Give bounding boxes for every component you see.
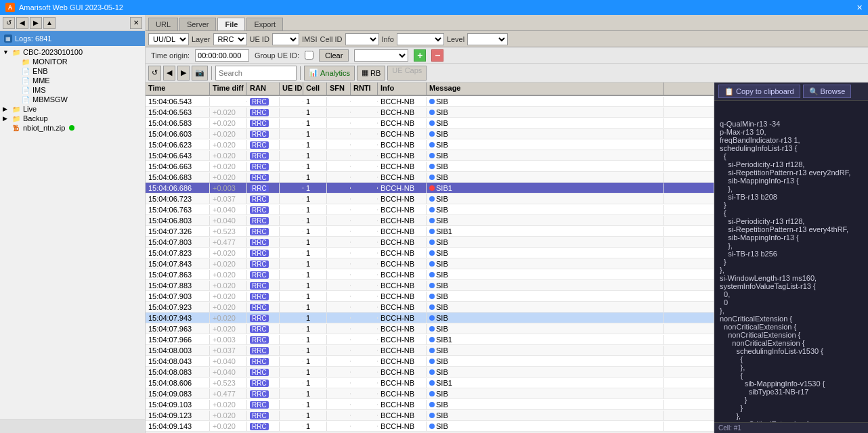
cell-ran: RRC (247, 205, 280, 214)
ue-id-select[interactable] (272, 33, 299, 45)
table-row[interactable]: 15:04:06.683+0.020RRC1BCCH-NBSIB (146, 172, 714, 183)
cell-time: 15:04:09.123 (146, 411, 210, 420)
tree-item-zip[interactable]: 🗜 nbiot_ntn.zip (1, 123, 144, 133)
table-row[interactable]: 15:04:09.143+0.020RRC1BCCH-NBSIB (146, 421, 714, 432)
cell-time: 15:04:07.966 (146, 335, 210, 344)
tree-item-mbmsgw[interactable]: 📄 MBMSGW (11, 95, 144, 104)
sidebar-back-btn[interactable]: ◀ (16, 17, 28, 29)
tree-item-live[interactable]: ▶ 📁 Live (1, 104, 144, 114)
cell-cell: 1 (303, 227, 327, 236)
table-row[interactable]: 15:04:07.963+0.020RRC1BCCH-NBSIB (146, 323, 714, 334)
layer-select[interactable]: RRC (213, 33, 247, 45)
time-origin-label: Time origin: (151, 51, 190, 60)
cell-time: 15:04:07.943 (146, 313, 210, 323)
tree-item-monitor[interactable]: 📁 MONITOR (11, 57, 144, 66)
cell-ueid (280, 426, 303, 427)
cell-sfn (327, 361, 351, 362)
browse-btn[interactable]: 🔍 Browse (803, 85, 852, 98)
camera-btn[interactable]: 📷 (192, 66, 208, 81)
table-row[interactable]: 15:04:06.543RRC1BCCH-NBSIB (146, 96, 714, 107)
cell-cell: 1 (303, 183, 327, 193)
filter-dropdown[interactable] (354, 49, 408, 62)
level-select[interactable] (467, 33, 508, 45)
cell-time: 15:04:08.083 (146, 367, 210, 377)
clear-button[interactable]: Clear (319, 49, 349, 62)
table-row[interactable]: 15:04:06.686+0.003RRC1BCCH-NBSIB1 (146, 183, 714, 193)
search-input[interactable] (215, 66, 297, 81)
separator-2 (300, 66, 301, 80)
tab-export[interactable]: Export (246, 18, 283, 30)
cell-message: SIB (427, 216, 664, 225)
tree-item-ims[interactable]: 📄 IMS (11, 85, 144, 95)
table-row[interactable]: 15:04:07.943+0.020RRC1BCCH-NBSIB (146, 313, 714, 323)
table-row[interactable]: 15:04:08.003+0.037RRC1BCCH-NBSIB (146, 345, 714, 356)
table-row[interactable]: 15:04:07.823+0.020RRC1BCCH-NBSIB (146, 248, 714, 258)
cell-sfn (327, 242, 351, 243)
code-panel[interactable]: q-QualMin-r13 -34p-Max-r13 10,freqBandIn… (714, 101, 868, 422)
title-bar-close[interactable]: ✕ (856, 3, 863, 12)
ue-caps-btn[interactable]: UE Caps (387, 66, 427, 81)
table-row[interactable]: 15:04:06.643+0.020RRC1BCCH-NBSIB (146, 150, 714, 161)
table-row[interactable]: 15:04:07.903+0.020RRC1BCCH-NBSIB (146, 291, 714, 302)
sidebar-refresh-btn[interactable]: ↺ (3, 17, 15, 29)
header-ran: RAN (247, 83, 280, 95)
table-row[interactable]: 15:04:06.763+0.040RRC1BCCH-NBSIB (146, 204, 714, 215)
rb-btn[interactable]: ▦ RB (357, 66, 385, 81)
table-header: Time Time diff RAN UE ID Cell SFN RNTI I… (146, 83, 714, 96)
table-row[interactable]: 15:04:07.923+0.020RRC1BCCH-NBSIB (146, 302, 714, 313)
table-row[interactable]: 15:04:07.326+0.523RRC1BCCH-NBSIB1 (146, 226, 714, 237)
tree-item-mme[interactable]: 📄 MME (11, 76, 144, 85)
table-row[interactable]: 15:04:08.083+0.040RRC1BCCH-NBSIB (146, 367, 714, 378)
group-ue-id-checkbox[interactable] (305, 51, 313, 60)
sidebar-close-btn[interactable]: ✕ (130, 17, 142, 29)
info-label: Info (382, 35, 394, 43)
tree-item-backup[interactable]: ▶ 📁 Backup (1, 114, 144, 123)
analytics-btn[interactable]: 📊 Analytics (304, 66, 355, 81)
info-select[interactable] (397, 33, 444, 45)
add-filter-btn[interactable]: + (414, 49, 426, 62)
cell-cell: 1 (303, 237, 327, 247)
cell-sfn (327, 350, 351, 351)
table-row[interactable]: 15:04:06.583+0.020RRC1BCCH-NBSIB (146, 118, 714, 129)
cell-info: BCCH-NB (378, 237, 427, 247)
tab-url[interactable]: URL (148, 18, 178, 30)
tree-monitor-label: MONITOR (32, 58, 68, 66)
table-row[interactable]: 15:04:07.803+0.477RRC1BCCH-NBSIB (146, 237, 714, 248)
cell-info: BCCH-NB (378, 248, 427, 258)
copy-clipboard-btn[interactable]: 📋 Copy to clipboard (718, 85, 800, 98)
table-row[interactable]: 15:04:07.883+0.020RRC1BCCH-NBSIB (146, 280, 714, 291)
tree-mbmsgw-label: MBMSGW (32, 95, 68, 104)
cell-sfn (327, 382, 351, 384)
table-row[interactable]: 15:04:07.966+0.003RRC1BCCH-NBSIB1 (146, 334, 714, 345)
table-row[interactable]: 15:04:07.843+0.020RRC1BCCH-NBSIB (146, 258, 714, 269)
table-row[interactable]: 15:04:07.863+0.020RRC1BCCH-NBSIB (146, 269, 714, 280)
cell-id-select[interactable] (345, 33, 379, 45)
tab-server[interactable]: Server (179, 18, 216, 30)
sidebar-bottom (0, 419, 145, 433)
table-row[interactable]: 15:04:06.563+0.020RRC1BCCH-NBSIB (146, 107, 714, 118)
table-row[interactable]: 15:04:06.603+0.020RRC1BCCH-NBSIB (146, 129, 714, 139)
time-origin-input[interactable] (195, 49, 249, 62)
refresh-btn[interactable]: ↺ (148, 66, 161, 81)
table-row[interactable]: 15:04:08.043+0.040RRC1BCCH-NBSIB (146, 356, 714, 367)
table-row[interactable]: 15:04:09.123+0.020RRC1BCCH-NBSIB (146, 410, 714, 421)
prev-btn[interactable]: ◀ (163, 66, 175, 81)
tree-item-enb[interactable]: 📄 ENB (11, 66, 144, 76)
table-row[interactable]: 15:04:09.083+0.477RRC1BCCH-NBSIB (146, 388, 714, 399)
sidebar-up-btn[interactable]: ▲ (43, 17, 56, 29)
tree-item-cbc[interactable]: ▼ 📁 CBC-2023010100 (1, 47, 144, 57)
table-row[interactable]: 15:04:06.623+0.020RRC1BCCH-NBSIB (146, 139, 714, 150)
table-row[interactable]: 15:04:06.663+0.020RRC1BCCH-NBSIB (146, 161, 714, 172)
code-line: }, (720, 185, 863, 193)
cell-rnti (351, 166, 378, 167)
table-row[interactable]: 15:04:09.103+0.020RRC1BCCH-NBSIB (146, 399, 714, 410)
table-row[interactable]: 15:04:06.723+0.037RRC1BCCH-NBSIB (146, 193, 714, 204)
tab-file[interactable]: File (217, 18, 245, 30)
table-row[interactable]: 15:04:08.606+0.523RRC1BCCH-NBSIB1 (146, 378, 714, 388)
table-row[interactable]: 15:04:06.803+0.040RRC1BCCH-NBSIB (146, 215, 714, 226)
uu-dl-select[interactable]: UU/DL (148, 33, 189, 45)
cell-ueid (280, 371, 303, 373)
remove-filter-btn[interactable]: − (431, 49, 443, 62)
sidebar-forward-btn[interactable]: ▶ (30, 17, 42, 29)
next-btn[interactable]: ▶ (177, 66, 190, 81)
